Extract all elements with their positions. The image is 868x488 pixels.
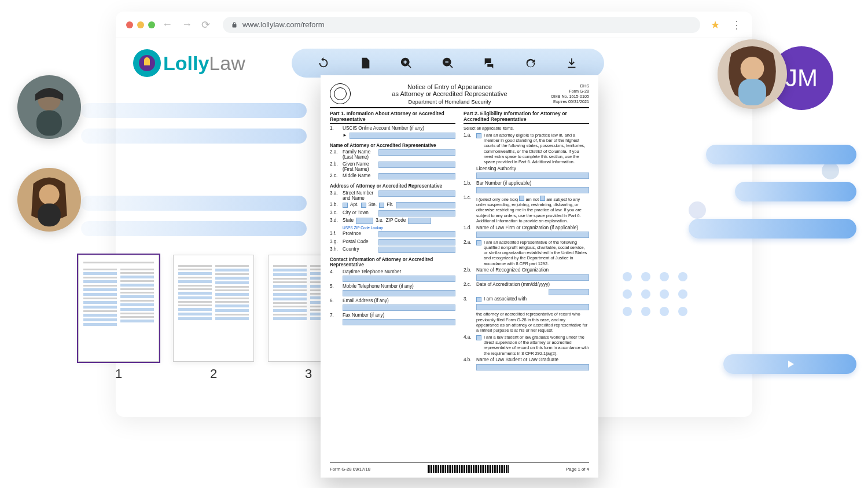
label: Country: [343, 247, 376, 252]
thumb-page-2[interactable]: 2: [173, 255, 254, 381]
browser-chrome-bar: ← → ⟳ www.lollylaw.com/reform ★ ⋮: [116, 12, 752, 38]
logo[interactable]: LollyLaw: [133, 49, 245, 77]
licensing-authority-field[interactable]: [476, 173, 589, 179]
label: Daytime Telephone Number: [343, 269, 401, 274]
back-button[interactable]: ←: [160, 19, 175, 31]
bookmark-star-icon[interactable]: ★: [711, 19, 720, 31]
label: Email Address (if any): [343, 298, 389, 303]
street-field[interactable]: [378, 190, 455, 197]
province-field[interactable]: [378, 231, 455, 237]
first-name-field[interactable]: [378, 162, 455, 168]
label: I am associated with: [484, 296, 527, 302]
law-firm-field[interactable]: [476, 232, 589, 238]
sync-icon[interactable]: [317, 57, 330, 69]
part2-heading: Part 2. Eligibility Information for Atto…: [464, 111, 589, 124]
uscis-account-field[interactable]: [350, 133, 455, 139]
chat-bubble-left-4: [81, 221, 307, 236]
label: Given Name (First Name): [343, 162, 376, 172]
browser-menu-icon[interactable]: ⋮: [724, 19, 742, 31]
chat-bubble-left-3: [81, 196, 307, 211]
middle-name-field[interactable]: [378, 173, 455, 179]
fax-field[interactable]: [343, 319, 455, 325]
apt-checkbox[interactable]: [343, 203, 348, 208]
label: State: [343, 218, 354, 223]
svg-rect-5: [738, 79, 766, 105]
accredited-rep-checkbox[interactable]: [476, 240, 481, 245]
label: I am an attorney eligible to practice la…: [484, 133, 589, 165]
zoom-out-icon[interactable]: [442, 57, 454, 69]
svg-point-2: [39, 185, 59, 205]
meta-expires: Expires 05/31/2021: [549, 99, 589, 104]
initials-text: JM: [785, 64, 818, 92]
download-icon[interactable]: [565, 57, 578, 69]
email-field[interactable]: [343, 304, 455, 311]
accreditation-date-field[interactable]: [549, 289, 589, 295]
associated-checkbox[interactable]: [476, 297, 481, 302]
part1-heading: Part 1. Information About Attorney or Ac…: [330, 111, 455, 124]
meta-agency: DHS: [549, 83, 589, 89]
chat-bubble-play[interactable]: [723, 354, 856, 374]
forward-button[interactable]: →: [179, 19, 194, 31]
law-student-name-field[interactable]: [476, 364, 589, 370]
thumb-number: 1: [115, 366, 122, 381]
label: Bar Number (if applicable): [476, 181, 531, 186]
last-name-field[interactable]: [378, 149, 455, 156]
zip-field[interactable]: [408, 218, 431, 224]
form-title-1: Notice of Entry of Appearance: [351, 83, 549, 90]
chat-icon[interactable]: [483, 57, 495, 69]
decorative-dot-grid: [623, 272, 689, 316]
window-close-icon[interactable]: [126, 21, 133, 28]
country-field[interactable]: [378, 247, 455, 253]
window-maximize-icon[interactable]: [148, 21, 155, 28]
label: City or Town: [343, 210, 376, 215]
label: Postal Code: [343, 239, 376, 244]
meta-omb: OMB No. 1615-0105: [549, 94, 589, 99]
am-not-checkbox[interactable]: [519, 196, 524, 201]
window-minimize-icon[interactable]: [137, 21, 144, 28]
chat-bubble-right-2: [735, 182, 856, 201]
thumb-number: 3: [305, 366, 312, 381]
city-field[interactable]: [378, 210, 455, 217]
refresh-icon[interactable]: [524, 57, 537, 69]
chat-bubble-right-1: [706, 145, 856, 164]
reload-button[interactable]: ⟳: [199, 19, 212, 31]
url-bar[interactable]: www.lollylaw.com/reform: [223, 17, 700, 33]
daytime-phone-field[interactable]: [343, 276, 455, 282]
attorney-checkbox[interactable]: [476, 133, 481, 138]
am-checkbox[interactable]: [540, 196, 545, 201]
chat-bubble-left-2: [81, 129, 307, 144]
associated-field[interactable]: [476, 304, 589, 310]
flr-checkbox[interactable]: [379, 203, 384, 208]
dhs-seal-icon: [330, 83, 351, 104]
footer-page: Page 1 of 4: [566, 467, 589, 472]
logo-text-1: Lolly: [163, 52, 209, 74]
document-icon[interactable]: [359, 57, 372, 69]
lock-icon: [231, 21, 238, 28]
org-name-field[interactable]: [476, 274, 589, 281]
label: Ste.: [369, 202, 377, 207]
thumb-page-1[interactable]: 1: [78, 255, 159, 381]
unit-field[interactable]: [396, 202, 455, 208]
label: Flr.: [387, 202, 393, 207]
label: Middle Name: [343, 173, 376, 178]
ste-checkbox[interactable]: [361, 203, 366, 208]
state-field[interactable]: [356, 218, 373, 224]
logo-text-2: Law: [209, 52, 245, 74]
label: Family Name (Last Name): [343, 149, 376, 160]
label: Name of Law Student or Law Graduate: [476, 357, 558, 362]
law-student-checkbox[interactable]: [476, 335, 481, 340]
zip-lookup-link[interactable]: USPS ZIP Code Lookup: [343, 226, 383, 230]
bar-number-field[interactable]: [476, 187, 589, 193]
zoom-in-icon[interactable]: [400, 57, 413, 69]
label: Date of Accreditation (mm/dd/yyyy): [476, 282, 550, 287]
label: Fax Number (if any): [343, 313, 384, 318]
label: Name of Recognized Organization: [476, 267, 549, 273]
avatar-user-3: [718, 39, 787, 109]
form-title-3: Department of Homeland Security: [351, 98, 549, 105]
mobile-phone-field[interactable]: [343, 290, 455, 296]
label: am not: [525, 197, 539, 202]
thumb-number: 2: [210, 366, 217, 381]
chat-bubble-left-1: [81, 103, 307, 118]
form-part-2: Part 2. Eligibility Information for Atto…: [464, 111, 589, 372]
postal-code-field[interactable]: [378, 239, 455, 245]
